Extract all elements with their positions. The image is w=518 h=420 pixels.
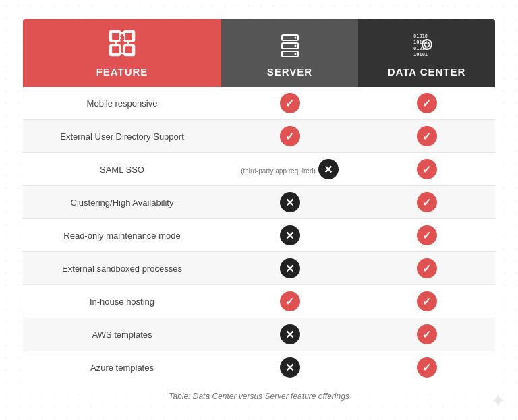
check-icon: ✓: [417, 357, 437, 378]
server-value-cell: ✓: [221, 87, 358, 120]
feature-name-cell: Read-only maintenance mode: [23, 219, 221, 252]
table-row: Azure templates✕✓: [23, 351, 495, 384]
check-icon: ✓: [417, 225, 437, 245]
datacenter-value-cell: ✓: [358, 186, 495, 219]
th-server: SERVER: [221, 19, 358, 87]
svg-text:01010: 01010: [413, 34, 428, 39]
check-icon: ✓: [417, 192, 437, 212]
svg-point-5: [294, 37, 296, 39]
svg-point-7: [294, 45, 296, 47]
comparison-table: FEATURE SERVER: [23, 19, 495, 384]
cross-icon: ✕: [280, 192, 300, 212]
server-value-cell: (third-party app required)✕: [221, 153, 358, 186]
feature-name-cell: SAML SSO: [23, 153, 221, 186]
check-icon: ✓: [417, 324, 437, 344]
check-icon: ✓: [417, 291, 437, 311]
table-row: SAML SSO(third-party app required)✕✓: [23, 153, 495, 186]
check-icon: ✓: [417, 126, 437, 146]
feature-header-label: FEATURE: [30, 66, 214, 78]
feature-name-cell: Mobile responsive: [23, 87, 221, 120]
datacenter-value-cell: ✓: [358, 87, 495, 120]
datacenter-value-cell: ✓: [358, 285, 495, 318]
table-row: External sandboxed processes✕✓: [23, 252, 495, 285]
datacenter-header-label: DATA CENTER: [365, 66, 488, 78]
datacenter-value-cell: ✓: [358, 351, 495, 384]
svg-point-9: [294, 53, 296, 55]
cross-icon: ✕: [280, 324, 300, 344]
feature-name-cell: Clustering/High Availability: [23, 186, 221, 219]
table-caption: Table: Data Center versus Server feature…: [23, 392, 495, 401]
table-row: Clustering/High Availability✕✓: [23, 186, 495, 219]
table-row: In-house hosting✓✓: [23, 285, 495, 318]
check-icon: ✓: [280, 93, 300, 113]
check-icon: ✓: [417, 159, 437, 179]
datacenter-value-cell: ✓: [358, 219, 495, 252]
svg-text:10101: 10101: [413, 52, 428, 57]
feature-name-cell: External sandboxed processes: [23, 252, 221, 285]
check-icon: ✓: [280, 126, 300, 146]
server-value-cell: ✕: [221, 186, 358, 219]
check-icon: ✓: [417, 258, 437, 278]
feature-name-cell: In-house hosting: [23, 285, 221, 318]
server-icon: [277, 32, 304, 59]
check-icon: ✓: [280, 291, 300, 311]
server-header-label: SERVER: [228, 66, 351, 78]
cross-icon: ✕: [318, 159, 339, 179]
cross-icon: ✕: [280, 258, 300, 278]
datacenter-value-cell: ✓: [358, 318, 495, 351]
server-value-cell: ✓: [221, 285, 358, 318]
feature-icon: [106, 27, 138, 59]
cross-icon: ✕: [280, 357, 300, 378]
datacenter-value-cell: ✓: [358, 252, 495, 285]
table-row: Mobile responsive✓✓: [23, 87, 495, 120]
feature-name-cell: AWS templates: [23, 318, 221, 351]
th-feature: FEATURE: [23, 19, 221, 87]
datacenter-icon: 01010 10101 01010 10101: [412, 30, 442, 59]
table-body: Mobile responsive✓✓External User Directo…: [23, 87, 495, 384]
feature-name-cell: Azure templates: [23, 351, 221, 384]
table-row: External User Directory Support✓✓: [23, 120, 495, 153]
server-value-cell: ✓: [221, 120, 358, 153]
datacenter-value-cell: ✓: [358, 120, 495, 153]
server-value-cell: ✕: [221, 219, 358, 252]
table-container: FEATURE SERVER: [23, 19, 495, 401]
table-row: AWS templates✕✓: [23, 318, 495, 351]
th-datacenter: 01010 10101 01010 10101 DATA CENTER: [358, 19, 495, 87]
server-value-cell: ✕: [221, 252, 358, 285]
server-value-cell: ✕: [221, 351, 358, 384]
page-wrapper: FEATURE SERVER: [0, 0, 518, 420]
table-row: Read-only maintenance mode✕✓: [23, 219, 495, 252]
watermark-logo: ✦: [490, 390, 506, 412]
feature-name-cell: External User Directory Support: [23, 120, 221, 153]
header-row: FEATURE SERVER: [23, 19, 495, 87]
check-icon: ✓: [417, 93, 437, 113]
server-value-cell: ✕: [221, 318, 358, 351]
cross-icon: ✕: [280, 225, 300, 245]
datacenter-value-cell: ✓: [358, 153, 495, 186]
